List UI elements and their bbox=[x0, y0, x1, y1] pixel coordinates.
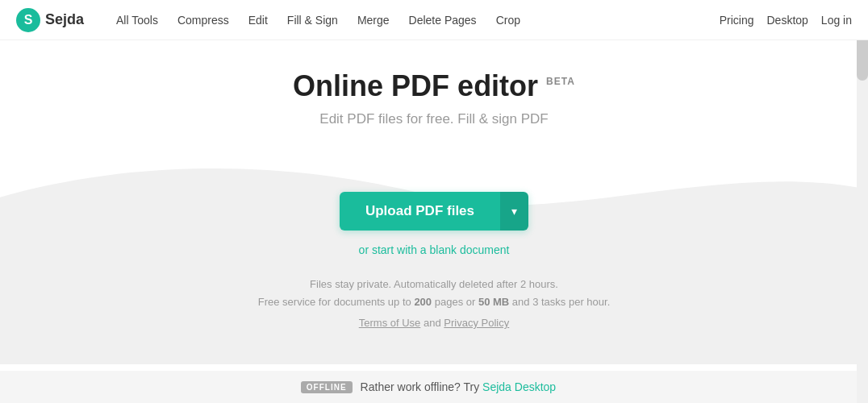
nav-compress[interactable]: Compress bbox=[169, 9, 237, 31]
privacy-text: Files stay private. Automatically delete… bbox=[16, 276, 852, 332]
nav-links: All Tools Compress Edit Fill & Sign Merg… bbox=[108, 9, 720, 31]
nav-delete-pages[interactable]: Delete Pages bbox=[401, 9, 485, 31]
privacy-policy-link[interactable]: Privacy Policy bbox=[444, 317, 509, 329]
nav-crop[interactable]: Crop bbox=[488, 9, 528, 31]
dropdown-arrow-icon: ▾ bbox=[511, 205, 517, 218]
hero-subtitle: Edit PDF files for free. Fill & sign PDF bbox=[0, 111, 868, 127]
wave-content: Upload PDF files ▾ or start with a blank… bbox=[0, 152, 868, 364]
hero-title-text: Online PDF editor bbox=[293, 69, 538, 103]
logo-text: Sejda bbox=[45, 11, 84, 28]
offline-text: Rather work offline? Try Sejda Desktop bbox=[361, 380, 557, 393]
terms-of-use-link[interactable]: Terms of Use bbox=[359, 317, 421, 329]
nav-all-tools[interactable]: All Tools bbox=[108, 9, 166, 31]
blank-doc-link[interactable]: or start with a blank document bbox=[16, 243, 852, 256]
offline-banner: OFFLINE Rather work offline? Try Sejda D… bbox=[0, 371, 857, 403]
offline-badge: OFFLINE bbox=[301, 381, 353, 393]
nav-edit[interactable]: Edit bbox=[240, 9, 276, 31]
logo-icon: S bbox=[16, 8, 40, 32]
nav-merge[interactable]: Merge bbox=[349, 9, 398, 31]
nav-pricing[interactable]: Pricing bbox=[720, 14, 754, 27]
sejda-desktop-link[interactable]: Sejda Desktop bbox=[482, 380, 556, 393]
privacy-links: Terms of Use and Privacy Policy bbox=[16, 314, 852, 332]
nav-desktop[interactable]: Desktop bbox=[766, 14, 807, 27]
privacy-pages: 200 bbox=[414, 296, 432, 308]
upload-button-group[interactable]: Upload PDF files ▾ bbox=[340, 192, 528, 231]
privacy-mb: 50 MB bbox=[478, 296, 509, 308]
hero-section: Online PDF editor BETA Edit PDF files fo… bbox=[0, 40, 868, 127]
wave-section: Upload PDF files ▾ or start with a blank… bbox=[0, 152, 868, 364]
privacy-line2: Free service for documents up to 200 pag… bbox=[16, 293, 852, 311]
privacy-line2-prefix: Free service for documents up to bbox=[258, 296, 415, 308]
nav-right: Pricing Desktop Log in bbox=[720, 14, 852, 27]
privacy-line1: Files stay private. Automatically delete… bbox=[16, 276, 852, 293]
navbar: S Sejda All Tools Compress Edit Fill & S… bbox=[0, 0, 868, 40]
nav-login[interactable]: Log in bbox=[821, 14, 852, 27]
privacy-and: and bbox=[424, 317, 441, 329]
hero-title-group: Online PDF editor BETA bbox=[0, 69, 868, 103]
upload-button[interactable]: Upload PDF files bbox=[340, 192, 500, 231]
privacy-line2-suffix: and 3 tasks per hour. bbox=[509, 296, 610, 308]
logo-area[interactable]: S Sejda bbox=[16, 8, 84, 32]
beta-badge: BETA bbox=[546, 76, 575, 87]
nav-fill-sign[interactable]: Fill & Sign bbox=[279, 9, 346, 31]
upload-dropdown-button[interactable]: ▾ bbox=[500, 192, 528, 231]
privacy-line2-mid: pages or bbox=[432, 296, 478, 308]
